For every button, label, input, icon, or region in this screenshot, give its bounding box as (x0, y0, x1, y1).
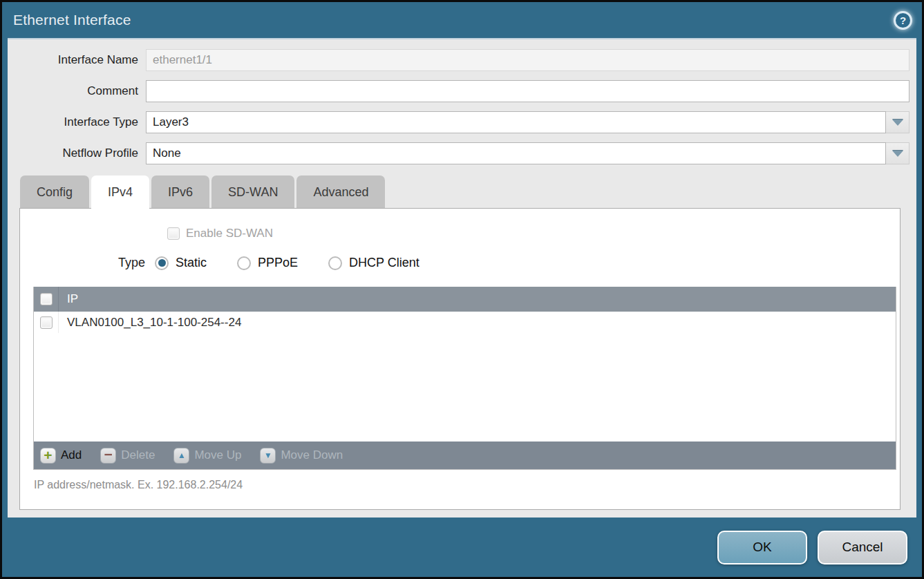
dialog-content: Interface Name Comment Interface Type La… (8, 38, 916, 518)
ethernet-interface-dialog: Ethernet Interface ? Interface Name Comm… (0, 0, 924, 579)
radio-static-icon[interactable] (155, 256, 169, 270)
arrow-down-icon: ▼ (260, 448, 276, 464)
interface-name-label: Interface Name (13, 53, 146, 67)
type-radio-group: Type Static PPPoE DHCP Client (20, 256, 900, 270)
ip-table-header: IP (34, 287, 896, 312)
tab-ipv4[interactable]: IPv4 (91, 175, 149, 209)
add-button-label: Add (61, 448, 82, 462)
radio-dhcp-client-label: DHCP Client (349, 256, 419, 270)
comment-label: Comment (13, 84, 146, 98)
type-label: Type (20, 256, 155, 270)
chevron-down-icon (892, 151, 903, 157)
cancel-button[interactable]: Cancel (818, 531, 907, 564)
ip-row-value[interactable]: VLAN0100_L3_10-1-100-254--24 (59, 312, 241, 333)
move-down-button-label: Move Down (281, 448, 343, 462)
form-row-netflow-profile: Netflow Profile None (13, 142, 909, 164)
ip-column-header: IP (59, 287, 78, 312)
radio-pppoe-icon[interactable] (237, 256, 251, 270)
dialog-footer: OK Cancel (2, 518, 922, 577)
interface-type-field-wrap: Layer3 (146, 111, 909, 133)
delete-button[interactable]: − Delete (100, 448, 155, 464)
form-row-interface-type: Interface Type Layer3 (13, 111, 909, 133)
move-down-button[interactable]: ▼ Move Down (260, 448, 343, 464)
dialog-title: Ethernet Interface (13, 12, 131, 28)
select-all-checkbox[interactable] (40, 293, 53, 305)
enable-sdwan-row: Enable SD-WAN (20, 209, 900, 240)
add-button[interactable]: + Add (40, 448, 82, 464)
chevron-down-icon (892, 120, 903, 126)
help-icon[interactable]: ? (894, 11, 912, 30)
tab-sd-wan[interactable]: SD-WAN (211, 175, 294, 209)
tab-advanced[interactable]: Advanced (296, 175, 385, 209)
radio-dhcp-client-icon[interactable] (328, 256, 342, 270)
form-row-comment: Comment (13, 80, 909, 102)
dialog-titlebar: Ethernet Interface ? (2, 2, 922, 38)
radio-static-label: Static (176, 256, 207, 270)
table-row[interactable]: VLAN0100_L3_10-1-100-254--24 (34, 312, 896, 333)
netflow-profile-field-wrap: None (146, 142, 909, 164)
plus-icon: + (40, 448, 56, 464)
radio-dhcp-client[interactable]: DHCP Client (328, 256, 419, 270)
move-up-button[interactable]: ▲ Move Up (173, 448, 241, 464)
netflow-profile-select[interactable]: None (146, 142, 886, 164)
interface-name-input (146, 49, 909, 71)
comment-field-wrap (146, 80, 909, 102)
interface-type-select[interactable]: Layer3 (146, 111, 886, 133)
ip-address-table: IP VLAN0100_L3_10-1-100-254--24 + Add (33, 287, 896, 470)
comment-input[interactable] (146, 80, 909, 102)
ip-table-toolbar: + Add − Delete ▲ Move Up ▼ Move Down (34, 442, 896, 469)
delete-button-label: Delete (121, 448, 155, 462)
enable-sdwan-checkbox[interactable] (167, 227, 180, 240)
netflow-profile-label: Netflow Profile (13, 146, 146, 160)
row-checkbox-cell (34, 312, 59, 333)
move-up-button-label: Move Up (194, 448, 241, 462)
radio-static[interactable]: Static (155, 256, 207, 270)
form-row-interface-name: Interface Name (13, 49, 909, 71)
ip-netmask-hint: IP address/netmask. Ex. 192.168.2.254/24 (34, 479, 900, 491)
ip-table-body: VLAN0100_L3_10-1-100-254--24 (34, 312, 896, 442)
arrow-up-icon: ▲ (173, 448, 189, 464)
interface-name-field-wrap (146, 49, 909, 71)
minus-icon: − (100, 448, 116, 464)
tab-bar: Config IPv4 IPv6 SD-WAN Advanced (13, 175, 909, 209)
select-all-cell (34, 287, 59, 312)
tab-config[interactable]: Config (20, 175, 89, 209)
tab-ipv6[interactable]: IPv6 (151, 175, 209, 209)
interface-type-dropdown-button[interactable] (886, 111, 909, 133)
ok-button[interactable]: OK (717, 531, 807, 564)
enable-sdwan-label: Enable SD-WAN (186, 227, 273, 240)
row-checkbox[interactable] (40, 316, 53, 329)
netflow-profile-dropdown-button[interactable] (886, 142, 909, 164)
radio-pppoe[interactable]: PPPoE (237, 256, 298, 270)
ipv4-tab-panel: Enable SD-WAN Type Static PPPoE DHCP Cli… (19, 208, 901, 510)
radio-pppoe-label: PPPoE (258, 256, 298, 270)
interface-type-label: Interface Type (13, 115, 146, 129)
